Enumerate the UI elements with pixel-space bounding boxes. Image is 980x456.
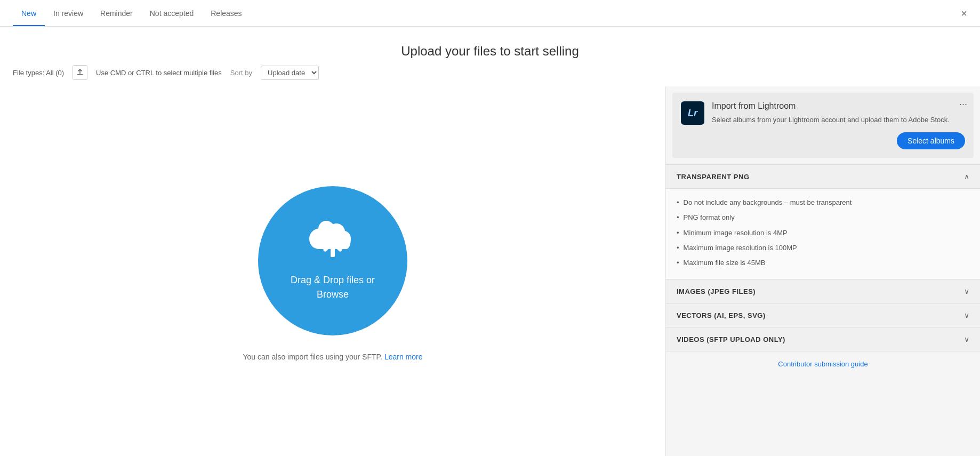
cloud-upload-icon xyxy=(306,220,359,265)
tab-reminder[interactable]: Reminder xyxy=(92,0,141,26)
accordion-list-item: Minimum image resolution is 4MP xyxy=(677,226,969,241)
top-nav: New In review Reminder Not accepted Rele… xyxy=(0,0,980,27)
chevron-icon-images-jpeg: ∨ xyxy=(964,287,969,295)
tab-releases[interactable]: Releases xyxy=(202,0,250,26)
accordion-list-item: Maximum file size is 45MB xyxy=(677,255,969,270)
accordion-list-item: PNG format only xyxy=(677,210,969,225)
lightroom-more-button[interactable]: ··· xyxy=(959,99,967,109)
tab-reminder-label: Reminder xyxy=(100,9,133,18)
accordion-section-vectors: VECTORS (AI, EPS, SVG)∨ xyxy=(666,303,980,327)
sort-label: Sort by xyxy=(230,69,252,77)
select-albums-button[interactable]: Select albums xyxy=(897,132,965,149)
tab-in-review-label: In review xyxy=(53,9,83,18)
upload-icon-button[interactable] xyxy=(73,65,87,80)
accordion-title-videos: VIDEOS (SFTP UPLOAD ONLY) xyxy=(677,335,785,343)
svg-rect-0 xyxy=(331,245,335,257)
accordion-header-transparent-png[interactable]: TRANSPARENT PNG∧ xyxy=(666,165,980,189)
accordion-header-vectors[interactable]: VECTORS (AI, EPS, SVG)∨ xyxy=(666,303,980,327)
drop-text: Drag & Drop files orBrowse xyxy=(291,273,375,302)
tab-not-accepted[interactable]: Not accepted xyxy=(141,0,203,26)
accordion-list-item: Maximum image resolution is 100MP xyxy=(677,241,969,255)
sort-select[interactable]: Upload date xyxy=(261,66,319,80)
sftp-text: You can also import files using your SFT… xyxy=(243,353,423,361)
accordion-title-images-jpeg: IMAGES (JPEG FILES) xyxy=(677,287,756,295)
accordion-section-images-jpeg: IMAGES (JPEG FILES)∨ xyxy=(666,279,980,303)
close-button[interactable]: × xyxy=(961,8,967,19)
upload-small-icon xyxy=(76,69,84,76)
lightroom-icon: Lr xyxy=(681,101,704,125)
lightroom-title: Import from Lightroom xyxy=(712,101,965,111)
tab-not-accepted-label: Not accepted xyxy=(150,9,194,18)
tab-new-label: New xyxy=(21,9,36,18)
chevron-icon-transparent-png: ∧ xyxy=(964,172,969,181)
accordion-title-transparent-png: TRANSPARENT PNG xyxy=(677,173,750,181)
accordion-section-transparent-png: TRANSPARENT PNG∧Do not include any backg… xyxy=(666,165,980,279)
tab-in-review[interactable]: In review xyxy=(45,0,92,26)
file-types-label: File types: All (0) xyxy=(13,69,64,77)
learn-more-link[interactable]: Learn more xyxy=(384,353,423,361)
accordion-header-images-jpeg[interactable]: IMAGES (JPEG FILES)∨ xyxy=(666,279,980,303)
accordion: TRANSPARENT PNG∧Do not include any backg… xyxy=(666,164,980,351)
tab-releases-label: Releases xyxy=(211,9,242,18)
contributor-submission-guide-link[interactable]: Contributor submission guide xyxy=(778,360,867,368)
chevron-icon-vectors: ∨ xyxy=(964,311,969,319)
accordion-section-videos: VIDEOS (SFTP UPLOAD ONLY)∨ xyxy=(666,327,980,351)
accordion-header-videos[interactable]: VIDEOS (SFTP UPLOAD ONLY)∨ xyxy=(666,327,980,351)
drop-circle[interactable]: Drag & Drop files orBrowse xyxy=(258,186,407,335)
hint-text: Use CMD or CTRL to select multiple files xyxy=(96,69,222,77)
upload-zone[interactable]: Drag & Drop files orBrowse You can also … xyxy=(0,86,665,456)
lightroom-content: Import from Lightroom Select albums from… xyxy=(712,101,965,149)
page-title: Upload your files to start selling xyxy=(0,27,980,59)
tab-new[interactable]: New xyxy=(13,0,45,26)
accordion-list-item: Do not include any backgrounds – must be… xyxy=(677,195,969,210)
lightroom-card: Lr Import from Lightroom Select albums f… xyxy=(672,93,974,158)
content-area: Drag & Drop files orBrowse You can also … xyxy=(0,86,980,456)
accordion-content-transparent-png: Do not include any backgrounds – must be… xyxy=(666,189,980,279)
lightroom-description: Select albums from your Lightroom accoun… xyxy=(712,115,965,125)
chevron-icon-videos: ∨ xyxy=(964,335,969,343)
accordion-title-vectors: VECTORS (AI, EPS, SVG) xyxy=(677,311,766,319)
contributor-link-container: Contributor submission guide xyxy=(666,351,980,377)
filter-bar: File types: All (0) Use CMD or CTRL to s… xyxy=(0,59,980,86)
right-panel: Lr Import from Lightroom Select albums f… xyxy=(665,86,980,456)
